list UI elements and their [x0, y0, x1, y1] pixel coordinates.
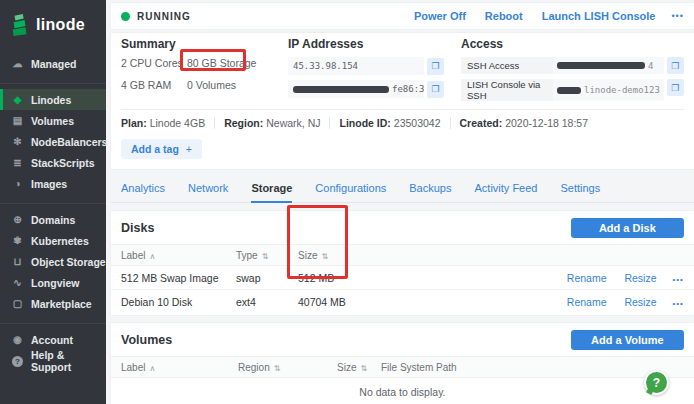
summary-columns: Summary 2 CPU Cores 80 GB Storage 4 GB R… — [121, 38, 684, 106]
launch-lish-console-button[interactable]: Launch LISH Console — [542, 10, 656, 22]
disks-title: Disks — [121, 221, 154, 235]
account-person-icon: ◉ — [11, 334, 24, 345]
nodebalancers-icon: ✻ — [11, 136, 24, 147]
volumes-icon: ▤ — [11, 115, 24, 126]
add-volume-button[interactable]: Add a Volume — [571, 330, 684, 350]
stat-ram: 4 GB RAM — [121, 79, 187, 91]
lish-visible-part: linode-demo123 — [584, 85, 660, 95]
disk-row-debian: Debian 10 Disk ext4 40704 MB Rename Resi… — [111, 290, 694, 314]
ipv6-visible-part: fe86:3 — [392, 84, 424, 94]
tab-backups[interactable]: Backups — [409, 182, 451, 202]
disks-header: Disks Add a Disk — [111, 211, 694, 244]
ip-addresses-title: IP Addresses — [288, 38, 461, 51]
rename-button[interactable]: Rename — [567, 272, 607, 284]
disks-column-type[interactable]: Type⇅ — [236, 250, 298, 261]
copy-icon[interactable]: ❐ — [427, 81, 444, 98]
access-column: Access SSH Access 4 ❐ LISH Console via S… — [461, 38, 684, 106]
marketplace-bag-icon: ▢ — [11, 298, 24, 309]
status-label: RUNNING — [137, 11, 191, 22]
tab-settings[interactable]: Settings — [560, 182, 600, 202]
sidebar-item-domains[interactable]: ⊕ Domains — [0, 209, 106, 230]
summary-column: Summary 2 CPU Cores 80 GB Storage 4 GB R… — [121, 38, 288, 106]
sidebar-item-label: Kubernetes — [31, 235, 89, 247]
volumes-column-size[interactable]: Size⇅ — [337, 362, 381, 373]
sidebar-group-services: ⊕ Domains ✾ Kubernetes ⊔ Object Storage … — [0, 203, 106, 314]
sidebar: linode ☁ Managed ◆ Linodes ▤ Volumes ✻ N… — [0, 0, 106, 404]
sidebar-item-label: Managed — [31, 58, 77, 70]
stackscripts-icon: ≣ — [11, 157, 24, 168]
tab-activity-feed[interactable]: Activity Feed — [474, 182, 537, 202]
help-circle-icon: ? — [11, 355, 24, 367]
redacted-text — [293, 86, 389, 93]
sidebar-item-label: Longview — [31, 277, 79, 289]
power-off-button[interactable]: Power Off — [414, 10, 466, 22]
sidebar-item-label: NodeBalancers — [31, 136, 107, 148]
access-title: Access — [461, 38, 684, 51]
tab-analytics[interactable]: Analytics — [121, 182, 165, 202]
tab-storage[interactable]: Storage — [251, 182, 292, 203]
copy-icon[interactable]: ❐ — [427, 58, 444, 75]
disk-label: 512 MB Swap Image — [111, 272, 236, 284]
sidebar-group-managed: ☁ Managed — [0, 48, 106, 74]
sidebar-item-label: Account — [31, 334, 73, 346]
sidebar-item-volumes[interactable]: ▤ Volumes — [0, 110, 106, 131]
copy-icon[interactable]: ❐ — [667, 79, 684, 96]
summary-card: Summary 2 CPU Cores 80 GB Storage 4 GB R… — [111, 33, 694, 169]
help-button[interactable]: ? — [644, 370, 669, 395]
rename-button[interactable]: Rename — [567, 296, 607, 308]
summary-title: Summary — [121, 38, 288, 51]
resize-button[interactable]: Resize — [624, 296, 656, 308]
more-actions-icon[interactable]: ••• — [671, 11, 683, 21]
sort-asc-icon: ∧ — [149, 252, 155, 261]
images-icon: ◑ — [11, 178, 24, 189]
sidebar-item-stackscripts[interactable]: ≣ StackScripts — [0, 152, 106, 173]
sidebar-item-images[interactable]: ◑ Images — [0, 173, 106, 194]
volumes-column-label[interactable]: Label∧ — [111, 362, 238, 373]
sidebar-item-marketplace[interactable]: ▢ Marketplace — [0, 293, 106, 314]
resize-button[interactable]: Resize — [624, 272, 656, 284]
sidebar-group-compute: ◆ Linodes ▤ Volumes ✻ NodeBalancers ≣ St… — [0, 83, 106, 194]
disk-label: Debian 10 Disk — [111, 296, 236, 308]
disk-type: swap — [236, 272, 298, 284]
linode-logo-icon — [10, 14, 30, 36]
disk-actions: Rename Resize ••• — [418, 296, 694, 308]
sidebar-item-label: Linodes — [31, 94, 71, 106]
tab-configurations[interactable]: Configurations — [315, 182, 386, 202]
sidebar-item-nodebalancers[interactable]: ✻ NodeBalancers — [0, 131, 106, 152]
sort-icon: ⇅ — [321, 252, 328, 261]
add-disk-button[interactable]: Add a Disk — [571, 218, 684, 238]
disk-actions: Rename Resize ••• — [418, 272, 694, 284]
copy-icon[interactable]: ❐ — [667, 57, 684, 74]
sort-asc-icon: ∧ — [149, 364, 155, 373]
disks-column-label[interactable]: Label∧ — [111, 250, 236, 261]
sidebar-item-object-storage[interactable]: ⊔ Object Storage — [0, 251, 106, 272]
disk-size: 40704 MB — [298, 296, 418, 308]
sidebar-item-label: Images — [31, 178, 67, 190]
tab-network[interactable]: Network — [188, 182, 228, 202]
more-actions-icon[interactable]: ••• — [672, 275, 683, 284]
reboot-button[interactable]: Reboot — [485, 10, 523, 22]
sidebar-item-longview[interactable]: ∿ Longview — [0, 272, 106, 293]
sidebar-item-linodes[interactable]: ◆ Linodes — [0, 89, 106, 110]
sidebar-item-kubernetes[interactable]: ✾ Kubernetes — [0, 230, 106, 251]
sidebar-item-account[interactable]: ◉ Account — [0, 329, 106, 350]
ssh-access-value: 4 — [553, 57, 664, 74]
meta-plan: Plan:Linode 4GB — [121, 117, 214, 129]
volumes-column-region[interactable]: Region⇅ — [238, 362, 337, 373]
sidebar-item-help-support[interactable]: ? Help & Support — [0, 350, 106, 371]
linode-logo[interactable]: linode — [0, 10, 106, 46]
summary-stats: 2 CPU Cores 80 GB Storage 4 GB RAM 0 Vol… — [121, 57, 288, 91]
disks-column-size[interactable]: Size⇅ — [298, 250, 418, 261]
sort-icon: ⇅ — [274, 364, 281, 373]
volumes-card: Volumes Add a Volume Label∧ Region⇅ Size… — [111, 323, 694, 404]
sidebar-item-label: StackScripts — [31, 157, 95, 169]
kubernetes-helm-icon: ✾ — [11, 235, 24, 246]
ipv4-address: 45.33.98.154 — [288, 57, 424, 75]
more-actions-icon[interactable]: ••• — [672, 299, 683, 308]
object-storage-bucket-icon: ⊔ — [11, 256, 24, 267]
plus-icon: + — [186, 143, 192, 155]
meta-linode-id: Linode ID:23503042 — [329, 117, 449, 129]
sidebar-item-managed[interactable]: ☁ Managed — [0, 53, 106, 74]
logo-wordmark: linode — [36, 16, 85, 34]
add-tag-button[interactable]: Add a tag+ — [121, 139, 202, 159]
